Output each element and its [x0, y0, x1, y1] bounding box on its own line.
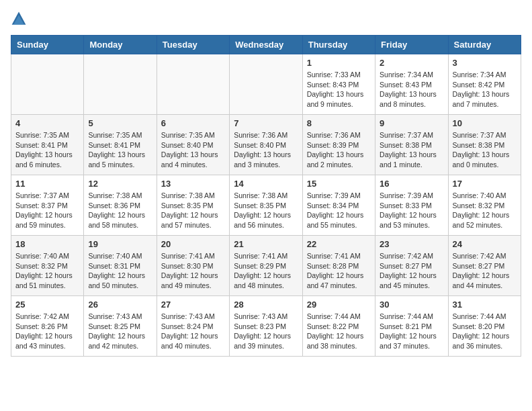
day-info: Sunrise: 7:44 AM Sunset: 8:22 PM Dayligh… — [307, 312, 371, 351]
calendar-week-row: 25Sunrise: 7:42 AM Sunset: 8:26 PM Dayli… — [11, 296, 521, 357]
day-number: 2 — [380, 58, 443, 68]
calendar-day-cell: 22Sunrise: 7:41 AM Sunset: 8:28 PM Dayli… — [302, 236, 375, 296]
calendar-day-cell: 20Sunrise: 7:41 AM Sunset: 8:30 PM Dayli… — [157, 236, 229, 296]
calendar-day-cell: 17Sunrise: 7:40 AM Sunset: 8:32 PM Dayli… — [448, 175, 521, 236]
calendar-day-cell — [11, 54, 84, 115]
logo — [11, 11, 30, 27]
calendar-day-cell: 2Sunrise: 7:34 AM Sunset: 8:43 PM Daylig… — [375, 54, 448, 115]
calendar-day-cell: 28Sunrise: 7:43 AM Sunset: 8:23 PM Dayli… — [230, 296, 302, 357]
calendar-day-cell: 4Sunrise: 7:35 AM Sunset: 8:41 PM Daylig… — [11, 115, 84, 175]
day-of-week-header: Saturday — [448, 36, 521, 54]
calendar-day-cell: 10Sunrise: 7:37 AM Sunset: 8:38 PM Dayli… — [448, 115, 521, 175]
day-number: 12 — [88, 179, 152, 189]
day-number: 20 — [161, 239, 225, 249]
calendar-day-cell: 6Sunrise: 7:35 AM Sunset: 8:40 PM Daylig… — [157, 115, 229, 175]
calendar-day-cell: 9Sunrise: 7:37 AM Sunset: 8:38 PM Daylig… — [375, 115, 448, 175]
calendar-day-cell: 13Sunrise: 7:38 AM Sunset: 8:35 PM Dayli… — [157, 175, 229, 236]
day-number: 17 — [453, 179, 517, 189]
day-info: Sunrise: 7:42 AM Sunset: 8:27 PM Dayligh… — [380, 251, 443, 291]
calendar-day-cell — [157, 54, 229, 115]
day-info: Sunrise: 7:39 AM Sunset: 8:34 PM Dayligh… — [307, 191, 371, 230]
day-info: Sunrise: 7:37 AM Sunset: 8:37 PM Dayligh… — [15, 191, 79, 230]
calendar-week-row: 18Sunrise: 7:40 AM Sunset: 8:32 PM Dayli… — [11, 236, 521, 296]
day-info: Sunrise: 7:38 AM Sunset: 8:35 PM Dayligh… — [161, 191, 225, 230]
day-number: 23 — [380, 239, 443, 249]
day-number: 4 — [15, 118, 79, 128]
day-info: Sunrise: 7:43 AM Sunset: 8:24 PM Dayligh… — [161, 312, 225, 351]
calendar-day-cell: 18Sunrise: 7:40 AM Sunset: 8:32 PM Dayli… — [11, 236, 84, 296]
day-number: 5 — [88, 118, 152, 128]
calendar-day-cell: 26Sunrise: 7:43 AM Sunset: 8:25 PM Dayli… — [84, 296, 157, 357]
calendar-day-cell: 16Sunrise: 7:39 AM Sunset: 8:33 PM Dayli… — [375, 175, 448, 236]
day-info: Sunrise: 7:36 AM Sunset: 8:39 PM Dayligh… — [307, 130, 371, 170]
day-number: 8 — [307, 118, 371, 128]
calendar-day-cell: 14Sunrise: 7:38 AM Sunset: 8:35 PM Dayli… — [230, 175, 302, 236]
calendar-body: 1Sunrise: 7:33 AM Sunset: 8:43 PM Daylig… — [11, 54, 521, 357]
day-number: 1 — [307, 58, 371, 68]
logo-icon — [11, 11, 27, 27]
day-number: 19 — [88, 239, 152, 249]
calendar-day-cell: 24Sunrise: 7:42 AM Sunset: 8:27 PM Dayli… — [448, 236, 521, 296]
day-number: 24 — [453, 239, 517, 249]
calendar-table: SundayMondayTuesdayWednesdayThursdayFrid… — [11, 35, 521, 357]
calendar-day-cell: 31Sunrise: 7:44 AM Sunset: 8:20 PM Dayli… — [448, 296, 521, 357]
day-info: Sunrise: 7:38 AM Sunset: 8:35 PM Dayligh… — [234, 191, 298, 230]
day-number: 10 — [453, 118, 517, 128]
day-of-week-header: Friday — [375, 36, 448, 54]
day-number: 29 — [307, 300, 371, 310]
calendar-day-cell: 7Sunrise: 7:36 AM Sunset: 8:40 PM Daylig… — [230, 115, 302, 175]
day-info: Sunrise: 7:41 AM Sunset: 8:30 PM Dayligh… — [161, 251, 225, 291]
day-number: 15 — [307, 179, 371, 189]
day-info: Sunrise: 7:43 AM Sunset: 8:23 PM Dayligh… — [234, 312, 298, 351]
day-number: 30 — [380, 300, 443, 310]
day-info: Sunrise: 7:37 AM Sunset: 8:38 PM Dayligh… — [453, 130, 517, 170]
day-number: 25 — [15, 300, 79, 310]
calendar-day-cell: 29Sunrise: 7:44 AM Sunset: 8:22 PM Dayli… — [302, 296, 375, 357]
calendar-day-cell — [84, 54, 157, 115]
page-header — [11, 11, 521, 27]
day-info: Sunrise: 7:41 AM Sunset: 8:28 PM Dayligh… — [307, 251, 371, 291]
calendar-day-cell: 11Sunrise: 7:37 AM Sunset: 8:37 PM Dayli… — [11, 175, 84, 236]
day-number: 18 — [15, 239, 79, 249]
day-number: 11 — [15, 179, 79, 189]
day-of-week-header: Wednesday — [230, 36, 302, 54]
day-number: 26 — [88, 300, 152, 310]
day-info: Sunrise: 7:44 AM Sunset: 8:21 PM Dayligh… — [380, 312, 443, 351]
day-of-week-header: Monday — [84, 36, 157, 54]
days-of-week-row: SundayMondayTuesdayWednesdayThursdayFrid… — [11, 36, 521, 54]
day-info: Sunrise: 7:33 AM Sunset: 8:43 PM Dayligh… — [307, 70, 371, 109]
calendar-day-cell: 12Sunrise: 7:38 AM Sunset: 8:36 PM Dayli… — [84, 175, 157, 236]
day-info: Sunrise: 7:42 AM Sunset: 8:27 PM Dayligh… — [453, 251, 517, 291]
day-info: Sunrise: 7:42 AM Sunset: 8:26 PM Dayligh… — [15, 312, 79, 351]
day-info: Sunrise: 7:35 AM Sunset: 8:40 PM Dayligh… — [161, 130, 225, 170]
calendar-day-cell: 1Sunrise: 7:33 AM Sunset: 8:43 PM Daylig… — [302, 54, 375, 115]
day-of-week-header: Sunday — [11, 36, 84, 54]
day-number: 16 — [380, 179, 443, 189]
day-info: Sunrise: 7:39 AM Sunset: 8:33 PM Dayligh… — [380, 191, 443, 230]
calendar-day-cell: 25Sunrise: 7:42 AM Sunset: 8:26 PM Dayli… — [11, 296, 84, 357]
day-info: Sunrise: 7:35 AM Sunset: 8:41 PM Dayligh… — [88, 130, 152, 170]
day-of-week-header: Thursday — [302, 36, 375, 54]
day-number: 22 — [307, 239, 371, 249]
calendar-day-cell: 15Sunrise: 7:39 AM Sunset: 8:34 PM Dayli… — [302, 175, 375, 236]
day-info: Sunrise: 7:43 AM Sunset: 8:25 PM Dayligh… — [88, 312, 152, 351]
calendar-day-cell: 21Sunrise: 7:41 AM Sunset: 8:29 PM Dayli… — [230, 236, 302, 296]
day-info: Sunrise: 7:40 AM Sunset: 8:32 PM Dayligh… — [15, 251, 79, 291]
day-number: 21 — [234, 239, 298, 249]
day-info: Sunrise: 7:41 AM Sunset: 8:29 PM Dayligh… — [234, 251, 298, 291]
calendar-week-row: 11Sunrise: 7:37 AM Sunset: 8:37 PM Dayli… — [11, 175, 521, 236]
calendar-day-cell: 23Sunrise: 7:42 AM Sunset: 8:27 PM Dayli… — [375, 236, 448, 296]
calendar-day-cell: 30Sunrise: 7:44 AM Sunset: 8:21 PM Dayli… — [375, 296, 448, 357]
day-number: 14 — [234, 179, 298, 189]
day-number: 27 — [161, 300, 225, 310]
calendar-week-row: 4Sunrise: 7:35 AM Sunset: 8:41 PM Daylig… — [11, 115, 521, 175]
day-info: Sunrise: 7:37 AM Sunset: 8:38 PM Dayligh… — [380, 130, 443, 170]
calendar-day-cell: 8Sunrise: 7:36 AM Sunset: 8:39 PM Daylig… — [302, 115, 375, 175]
calendar-week-row: 1Sunrise: 7:33 AM Sunset: 8:43 PM Daylig… — [11, 54, 521, 115]
day-info: Sunrise: 7:44 AM Sunset: 8:20 PM Dayligh… — [453, 312, 517, 351]
day-number: 6 — [161, 118, 225, 128]
day-of-week-header: Tuesday — [157, 36, 229, 54]
day-number: 7 — [234, 118, 298, 128]
day-number: 28 — [234, 300, 298, 310]
day-info: Sunrise: 7:34 AM Sunset: 8:42 PM Dayligh… — [453, 70, 517, 109]
